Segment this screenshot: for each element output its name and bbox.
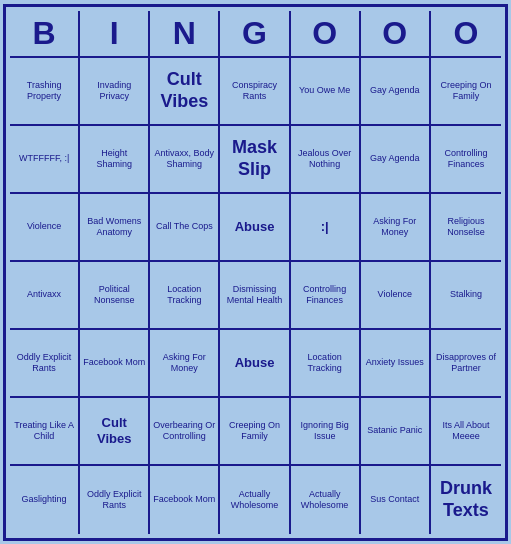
header-letter-o: O — [361, 11, 431, 56]
bingo-cell-26[interactable]: Violence — [361, 262, 431, 330]
header-letter-b: B — [10, 11, 80, 56]
bingo-cell-32[interactable]: Location Tracking — [291, 330, 361, 398]
bingo-cell-10[interactable]: Mask Slip — [220, 126, 290, 194]
bingo-cell-27[interactable]: Stalking — [431, 262, 501, 330]
bingo-cell-4[interactable]: You Owe Me — [291, 58, 361, 126]
bingo-cell-30[interactable]: Asking For Money — [150, 330, 220, 398]
bingo-cell-36[interactable]: Cult Vibes — [80, 398, 150, 466]
bingo-cell-14[interactable]: Violence — [10, 194, 80, 262]
bingo-cell-31[interactable]: Abuse — [220, 330, 290, 398]
bingo-cell-20[interactable]: Religious Nonselse — [431, 194, 501, 262]
bingo-cell-47[interactable]: Sus Contact — [361, 466, 431, 534]
header-letter-n: N — [150, 11, 220, 56]
bingo-cell-46[interactable]: Actually Wholesome — [291, 466, 361, 534]
bingo-cell-42[interactable]: Gaslighting — [10, 466, 80, 534]
bingo-cell-6[interactable]: Creeping On Family — [431, 58, 501, 126]
bingo-cell-33[interactable]: Anxiety Issues — [361, 330, 431, 398]
bingo-cell-3[interactable]: Conspiracy Rants — [220, 58, 290, 126]
bingo-cell-18[interactable]: :| — [291, 194, 361, 262]
bingo-cell-21[interactable]: Antivaxx — [10, 262, 80, 330]
header-letter-o: O — [431, 11, 501, 56]
bingo-cell-15[interactable]: Bad Womens Anatomy — [80, 194, 150, 262]
bingo-cell-39[interactable]: Ignoring Big Issue — [291, 398, 361, 466]
bingo-cell-34[interactable]: Disapproves of Partner — [431, 330, 501, 398]
bingo-cell-8[interactable]: Height Shaming — [80, 126, 150, 194]
bingo-header: BINGOOO — [10, 11, 501, 58]
bingo-card: BINGOOO Trashing PropertyInvading Privac… — [3, 4, 508, 541]
bingo-cell-23[interactable]: Location Tracking — [150, 262, 220, 330]
bingo-cell-11[interactable]: Jealous Over Nothing — [291, 126, 361, 194]
bingo-cell-2[interactable]: Cult Vibes — [150, 58, 220, 126]
bingo-cell-43[interactable]: Oddly Explicit Rants — [80, 466, 150, 534]
bingo-cell-28[interactable]: Oddly Explicit Rants — [10, 330, 80, 398]
bingo-cell-24[interactable]: Dismissing Mental Health — [220, 262, 290, 330]
bingo-cell-29[interactable]: Facebook Mom — [80, 330, 150, 398]
bingo-cell-44[interactable]: Facebook Mom — [150, 466, 220, 534]
bingo-cell-5[interactable]: Gay Agenda — [361, 58, 431, 126]
bingo-cell-22[interactable]: Political Nonsense — [80, 262, 150, 330]
bingo-cell-19[interactable]: Asking For Money — [361, 194, 431, 262]
bingo-cell-37[interactable]: Overbearing Or Controlling — [150, 398, 220, 466]
bingo-cell-16[interactable]: Call The Cops — [150, 194, 220, 262]
bingo-cell-7[interactable]: WTFFFFF, :| — [10, 126, 80, 194]
bingo-cell-12[interactable]: Gay Agenda — [361, 126, 431, 194]
header-letter-o: O — [291, 11, 361, 56]
bingo-cell-0[interactable]: Trashing Property — [10, 58, 80, 126]
bingo-cell-17[interactable]: Abuse — [220, 194, 290, 262]
bingo-cell-45[interactable]: Actually Wholesome — [220, 466, 290, 534]
bingo-cell-35[interactable]: Treating Like A Child — [10, 398, 80, 466]
bingo-grid: Trashing PropertyInvading PrivacyCult Vi… — [10, 58, 501, 534]
bingo-cell-38[interactable]: Creeping On Family — [220, 398, 290, 466]
bingo-cell-40[interactable]: Satanic Panic — [361, 398, 431, 466]
header-letter-g: G — [220, 11, 290, 56]
bingo-cell-9[interactable]: Antivaxx, Body Shaming — [150, 126, 220, 194]
bingo-cell-41[interactable]: Its All About Meeee — [431, 398, 501, 466]
bingo-cell-1[interactable]: Invading Privacy — [80, 58, 150, 126]
header-letter-i: I — [80, 11, 150, 56]
bingo-cell-48[interactable]: Drunk Texts — [431, 466, 501, 534]
bingo-cell-13[interactable]: Controlling Finances — [431, 126, 501, 194]
bingo-cell-25[interactable]: Controlling Finances — [291, 262, 361, 330]
